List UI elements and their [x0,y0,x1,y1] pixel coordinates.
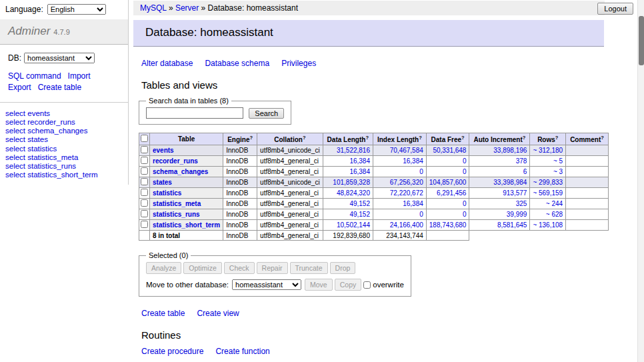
search-button[interactable]: Search [249,108,284,119]
search-input[interactable] [146,107,243,119]
auto-increment-link[interactable]: 39,999 [507,211,527,218]
auto-increment-link[interactable]: 913,577 [503,189,527,197]
row-checkbox-schema-changes[interactable] [141,167,148,175]
index-length-link[interactable]: 72,220,672 [390,189,423,197]
sidebar-table-link-select-recorder-runs[interactable]: select recorder_runs [5,118,75,126]
action-link-alter-database[interactable]: Alter database [141,59,193,68]
help-icon[interactable]: ? [419,135,422,141]
rows-link[interactable]: ~ 628 [546,211,563,218]
data-free-link[interactable]: 0 [463,168,467,175]
link-create-function[interactable]: Create function [215,347,269,356]
table-link-recorder-runs[interactable]: recorder_runs [153,157,198,165]
table-link-statistics-runs[interactable]: statistics_runs [153,211,200,218]
sidebar-link-import[interactable]: Import [68,71,91,82]
overwrite-checkbox[interactable] [363,281,371,289]
auto-increment-link[interactable]: 6 [523,168,527,175]
help-icon[interactable]: ? [461,135,465,141]
sidebar-table-link-select-statistics-runs[interactable]: select statistics_runs [5,162,76,170]
rows-link[interactable]: ~ 136,108 [533,221,563,229]
logout-button[interactable]: Logout [597,3,633,15]
action-link-database-schema[interactable]: Database schema [205,59,269,68]
sidebar-link-sql-command[interactable]: SQL command [8,71,61,82]
auto-increment-link[interactable]: 378 [516,157,527,165]
sidebar-table-link-select-events[interactable]: select events [5,109,50,117]
cell-data-length: 101,859,328 [323,177,373,188]
breadcrumb-link-mysql[interactable]: MySQL [140,3,167,13]
sidebar-link-export[interactable]: Export [8,82,31,93]
link-create-procedure[interactable]: Create procedure [141,347,203,356]
sidebar-table-link-select-statistics-short-term[interactable]: select statistics_short_term [5,171,98,179]
table-link-states[interactable]: states [153,179,172,186]
rows-link[interactable]: ~ 312,180 [533,147,563,154]
action-link-privileges[interactable]: Privileges [281,59,316,68]
sidebar-table-link-select-statistics[interactable]: select statistics [5,145,57,153]
rows-link[interactable]: ~ 244 [546,200,563,207]
index-length-link[interactable]: 0 [419,211,423,218]
row-checkbox-statistics[interactable] [141,189,148,196]
index-length-link[interactable]: 0 [419,168,423,175]
adminer-logo[interactable]: Adminer [8,25,50,37]
data-length-link[interactable]: 49,152 [349,200,370,207]
rows-link[interactable]: ~ 569,159 [533,189,563,197]
cell-index-length: 72,220,672 [373,188,426,199]
help-icon[interactable]: ? [250,135,253,141]
data-free-link[interactable]: 50,331,648 [433,147,466,154]
table-link-statistics[interactable]: statistics [153,189,181,197]
link-create-table[interactable]: Create table [141,309,185,318]
select-all-checkbox[interactable] [141,135,148,142]
data-length-link[interactable]: 49,152 [349,211,370,218]
data-length-link[interactable]: 10,502,144 [337,221,370,229]
row-checkbox-statistics-meta[interactable] [141,199,148,207]
table-link-statistics-meta[interactable]: statistics_meta [153,200,201,207]
table-link-schema-changes[interactable]: schema_changes [153,168,208,175]
rows-link[interactable]: ~ 5 [553,157,563,165]
data-free-link[interactable]: 6,291,456 [437,189,467,197]
data-length-link[interactable]: 31,522,816 [337,147,370,154]
breadcrumb-separator: » [199,3,207,13]
data-free-link[interactable]: 0 [463,211,467,218]
table-link-events[interactable]: events [153,147,174,154]
db-select[interactable]: homeassistant [24,53,95,63]
table-link-statistics-short-term[interactable]: statistics_short_term [153,221,220,229]
row-checkbox-statistics-short-term[interactable] [141,221,148,228]
auto-increment-link[interactable]: 325 [516,200,527,207]
row-checkbox-statistics-runs[interactable] [141,210,148,217]
data-free-link[interactable]: 104,857,600 [429,179,467,186]
index-length-link[interactable]: 24,166,400 [390,221,423,229]
data-free-link[interactable]: 188,743,680 [429,221,467,229]
auto-increment-link[interactable]: 8,581,645 [497,221,527,229]
help-icon[interactable]: ? [365,135,369,141]
help-icon[interactable]: ? [555,135,559,141]
sidebar-table-link-select-schema-changes[interactable]: select schema_changes [5,127,87,135]
data-free-link[interactable]: 0 [463,157,467,165]
row-checkbox-states[interactable] [141,178,148,185]
scrollbar-thumb[interactable] [639,16,644,65]
help-icon[interactable]: ? [601,135,604,141]
index-length-link[interactable]: 70,467,584 [390,147,423,154]
auto-increment-link[interactable]: 33,898,196 [493,147,527,154]
help-icon[interactable]: ? [523,135,526,141]
cell-rows: ~ 136,108 [530,220,566,231]
sidebar-table-link-select-states[interactable]: select states [5,135,48,143]
rows-link[interactable]: ~ 299,833 [533,179,563,186]
index-length-link[interactable]: 16,384 [403,200,423,207]
data-length-link[interactable]: 16,384 [349,157,370,165]
row-checkbox-events[interactable] [141,146,148,153]
help-icon[interactable]: ? [303,135,306,141]
breadcrumb-link-server[interactable]: Server [175,3,199,13]
move-db-select[interactable]: homeassistant [232,279,301,290]
data-free-link[interactable]: 0 [463,200,467,207]
data-length-link[interactable]: 101,859,328 [333,179,370,186]
language-select[interactable]: English [47,4,106,15]
index-length-link[interactable]: 67,256,320 [390,179,423,186]
auto-increment-link[interactable]: 33,398,984 [493,179,527,186]
link-create-view[interactable]: Create view [197,309,239,318]
data-length-link[interactable]: 16,384 [349,168,370,175]
scrollbar[interactable] [637,0,644,362]
sidebar-table-link-select-statistics-meta[interactable]: select statistics_meta [5,153,78,161]
data-length-link[interactable]: 48,824,320 [337,189,370,197]
row-checkbox-recorder-runs[interactable] [141,157,148,164]
sidebar-link-create-table[interactable]: Create table [38,82,81,93]
index-length-link[interactable]: 16,384 [403,157,423,165]
rows-link[interactable]: ~ 3 [553,168,563,175]
